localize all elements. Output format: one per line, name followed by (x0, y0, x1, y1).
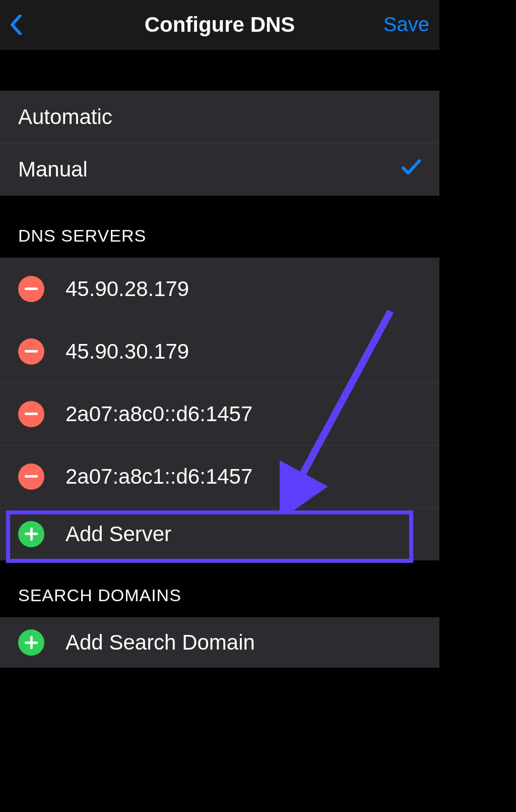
dns-server-list: 45.90.28.179 45.90.30.179 2a07:a8c0::d6:… (0, 258, 439, 560)
page-title: Configure DNS (145, 13, 295, 37)
add-icon[interactable] (18, 629, 44, 656)
remove-icon[interactable] (18, 401, 44, 427)
dns-server-row[interactable]: 45.90.30.179 (0, 320, 439, 383)
option-manual[interactable]: Manual (0, 143, 439, 196)
remove-icon[interactable] (18, 338, 44, 365)
add-server-row[interactable]: Add Server (0, 508, 439, 560)
option-label: Automatic (18, 105, 112, 129)
section-header-label: DNS SERVERS (18, 226, 421, 246)
spacer (0, 668, 439, 688)
checkmark-icon (401, 157, 421, 182)
dns-server-row[interactable]: 2a07:a8c1::d6:1457 (0, 445, 439, 508)
add-search-domain-label: Add Search Domain (66, 630, 255, 655)
dns-server-row[interactable]: 45.90.28.179 (0, 258, 439, 320)
add-server-label: Add Server (66, 522, 171, 546)
dns-mode-group: Automatic Manual (0, 91, 439, 196)
back-button[interactable] (10, 13, 24, 37)
dns-server-value: 45.90.28.179 (66, 277, 189, 301)
search-domain-list: Add Search Domain (0, 617, 439, 668)
remove-icon[interactable] (18, 463, 44, 490)
dns-server-value: 2a07:a8c0::d6:1457 (66, 402, 252, 426)
navigation-bar: Configure DNS Save (0, 0, 439, 49)
dns-server-value: 2a07:a8c1::d6:1457 (66, 465, 252, 489)
dns-server-row[interactable]: 2a07:a8c0::d6:1457 (0, 383, 439, 445)
search-domains-header: SEARCH DOMAINS (0, 560, 439, 617)
chevron-left-icon (10, 15, 22, 35)
spacer (0, 49, 439, 91)
dns-server-value: 45.90.30.179 (66, 339, 189, 364)
add-search-domain-row[interactable]: Add Search Domain (0, 617, 439, 668)
option-label: Manual (18, 157, 88, 182)
section-header-label: SEARCH DOMAINS (18, 586, 421, 605)
save-button[interactable]: Save (383, 13, 429, 36)
option-automatic[interactable]: Automatic (0, 91, 439, 143)
dns-servers-header: DNS SERVERS (0, 196, 439, 258)
remove-icon[interactable] (18, 276, 44, 302)
add-icon[interactable] (18, 521, 44, 547)
